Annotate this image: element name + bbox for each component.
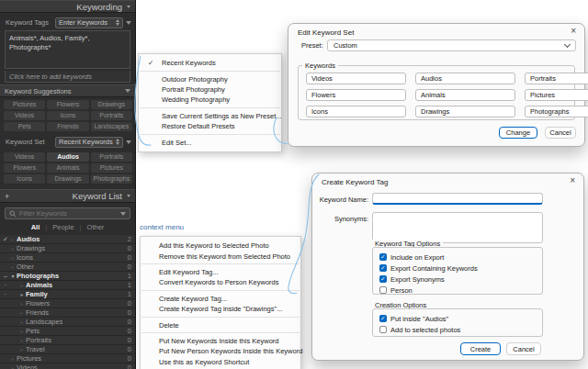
menu-item-put-new-keywords-inside-this-keyword[interactable]: Put New Keywords Inside this Keyword (141, 336, 300, 346)
keyword-suggestions-header[interactable]: Keyword Suggestions (0, 84, 135, 97)
keyword-row-friends[interactable]: ▸Friends0 (0, 308, 135, 318)
keyword-row-flowers[interactable]: ▸Flowers0 (0, 299, 135, 308)
add-keyword-button[interactable]: + (5, 192, 9, 201)
keyword-row-photographs[interactable]: –▾Photographs1 (0, 272, 135, 281)
keyword-row-family[interactable]: ·▸Family1 (0, 290, 135, 299)
checkbox-row-person[interactable]: Person (379, 285, 413, 295)
set-keyword-icons[interactable]: Icons (4, 174, 45, 184)
set-keyword-animals[interactable]: Animals (47, 163, 88, 173)
keyword-row-icons[interactable]: ▸Icons0 (0, 253, 135, 263)
keyword-field-portraits[interactable] (525, 73, 588, 84)
set-keyword-videos[interactable]: Videos (4, 152, 45, 162)
filter-keywords-box[interactable] (5, 207, 130, 219)
create-button[interactable]: Create (460, 342, 501, 355)
keyword-name-input[interactable] (372, 193, 543, 205)
menu-item-portrait-photography[interactable]: Portrait Photography (139, 84, 281, 95)
suggestion-icons[interactable]: Icons (47, 111, 88, 120)
spinner-icon[interactable] (116, 19, 119, 26)
menu-item-outdoor-photography[interactable]: Outdoor Photography (139, 73, 281, 84)
menu-item-use-this-as-keyword-shortcut[interactable]: Use this as Keyword Shortcut (141, 357, 300, 367)
close-icon[interactable]: × (571, 27, 576, 36)
suggestion-drawings[interactable]: Drawings (91, 100, 132, 109)
checkbox-checked-icon[interactable]: ✓ (379, 253, 387, 261)
suggestion-landscapes[interactable]: Landscapes (91, 122, 132, 131)
menu-item-edit-set[interactable]: Edit Set... (139, 137, 281, 147)
checkbox-row-put-inside-audios[interactable]: ✓Put inside "Audios" (379, 314, 448, 323)
keyword-suggestions-collapse-icon[interactable] (125, 89, 130, 93)
keyword-list-collapse-icon[interactable] (127, 195, 130, 197)
cancel-button[interactable]: Cancel (545, 127, 576, 139)
panel-collapse-icon[interactable] (127, 6, 130, 8)
keyword-row-audios[interactable]: ✓▸Audios2 (0, 235, 135, 244)
preset-select[interactable]: Custom (327, 39, 576, 51)
keyword-row-pets[interactable]: ▸Pets0 (0, 327, 135, 336)
menu-item-add-this-keyword-to-selected-photo[interactable]: Add this Keyword to Selected Photo (141, 240, 300, 251)
keyword-row-drawings[interactable]: ▸Drawings0 (0, 244, 135, 253)
checkbox-unchecked-icon[interactable] (379, 326, 387, 333)
filter-options-icon[interactable] (120, 212, 126, 216)
keywords-textarea[interactable]: Animals*, Audios, Family*, Photographs* (5, 30, 130, 69)
synonyms-textarea[interactable] (372, 212, 543, 243)
suggestion-flowers[interactable]: Flowers (47, 100, 88, 109)
keyword-field-pictures[interactable] (525, 89, 588, 101)
checkbox-row-export-synonyms[interactable]: ✓Export Synonyms (379, 274, 445, 284)
spinner-icon[interactable] (116, 139, 119, 145)
set-keyword-portraits[interactable]: Portraits (91, 152, 132, 162)
suggestion-friends[interactable]: Friends (47, 122, 88, 131)
checkbox-checked-icon[interactable]: ✓ (379, 264, 387, 272)
keyword-row-videos[interactable]: ▸Videos0 (0, 363, 135, 369)
keyword-set-filter-icon[interactable] (126, 140, 131, 144)
change-button[interactable]: Change (499, 127, 537, 139)
add-keywords-field[interactable]: Click here to add keywords (5, 71, 130, 83)
menu-item-delete[interactable]: Delete (141, 319, 300, 330)
keyword-tags-filter-icon[interactable] (126, 21, 131, 25)
keyword-field-audios[interactable] (415, 73, 515, 84)
menu-item-remove-this-keyword-from-selected-photo[interactable]: Remove this Keyword from Selected Photo (141, 251, 300, 261)
suggestion-pets[interactable]: Pets (4, 122, 45, 131)
checkbox-checked-icon[interactable]: ✓ (379, 315, 387, 322)
keyword-tags-dropdown[interactable]: Enter Keywords (55, 17, 123, 28)
tab-all[interactable]: All (31, 223, 40, 231)
keyword-row-travel[interactable]: ▸Travel0 (0, 345, 135, 354)
keyword-list-header[interactable]: + Keyword List (0, 189, 135, 203)
keyword-field-photographs[interactable] (525, 106, 588, 117)
disclosure-open-icon[interactable]: ▾ (9, 273, 17, 279)
keyword-row-landscapes[interactable]: ▸Landscapes0 (0, 318, 135, 327)
checkbox-checked-icon[interactable]: ✓ (379, 275, 387, 283)
keyword-row-pictures[interactable]: ▸Pictures0 (0, 354, 135, 363)
close-icon[interactable]: × (570, 176, 575, 185)
set-keyword-flowers[interactable]: Flowers (4, 163, 45, 173)
keyword-field-animals[interactable] (415, 89, 515, 101)
keyword-row-other[interactable]: ▸Other0 (0, 263, 135, 272)
set-keyword-pictures[interactable]: Pictures (91, 163, 132, 173)
checkbox-unchecked-icon[interactable] (379, 286, 387, 294)
menu-item-save-current-settings-as-new-preset[interactable]: Save Current Settings as New Preset... (139, 111, 281, 121)
menu-item-convert-keywords-to-person-keywords[interactable]: Convert Keywords to Person Keywords (141, 277, 300, 287)
menu-item-restore-default-presets[interactable]: Restore Default Presets (139, 121, 281, 131)
suggestion-portraits[interactable]: Portraits (91, 111, 132, 120)
keyword-field-icons[interactable] (306, 106, 406, 117)
keyword-field-flowers[interactable] (306, 89, 406, 101)
menu-item-wedding-photography[interactable]: Wedding Photography (139, 95, 281, 105)
set-keyword-audios[interactable]: Audios (47, 152, 88, 162)
suggestion-videos[interactable]: Videos (4, 111, 45, 120)
checkbox-row-export-containing-keywords[interactable]: ✓Export Containing Keywords (379, 263, 478, 273)
checkbox-row-add-to-selected-photos[interactable]: Add to selected photos (379, 325, 460, 334)
keyword-row-animals[interactable]: ·▸Animals1 (0, 281, 135, 290)
keyword-field-videos[interactable] (306, 73, 406, 84)
filter-keywords-input[interactable] (19, 209, 118, 218)
set-keyword-photographs[interactable]: Photographs (91, 174, 132, 184)
menu-item-edit-keyword-tag[interactable]: Edit Keyword Tag... (141, 267, 300, 277)
tab-other[interactable]: Other (87, 223, 105, 231)
keywording-panel-header[interactable]: Keywording (0, 0, 135, 13)
set-keyword-drawings[interactable]: Drawings (47, 174, 88, 184)
disclosure-closed-icon[interactable]: ▸ (18, 291, 26, 297)
keyword-row-portraits[interactable]: ▸Portraits0 (0, 336, 135, 345)
suggestion-pictures[interactable]: Pictures (4, 100, 45, 109)
tab-people[interactable]: People (52, 223, 74, 231)
menu-item-recent-keywords[interactable]: ✓Recent Keywords (139, 58, 281, 68)
menu-item-create-keyword-tag-inside-drawings[interactable]: Create Keyword Tag inside "Drawings"... (141, 304, 300, 314)
keyword-set-dropdown[interactable]: Recent Keywords (55, 137, 123, 148)
cancel-button[interactable]: Cancel (506, 342, 541, 355)
checkbox-row-include-on-export[interactable]: ✓Include on Export (379, 252, 444, 262)
